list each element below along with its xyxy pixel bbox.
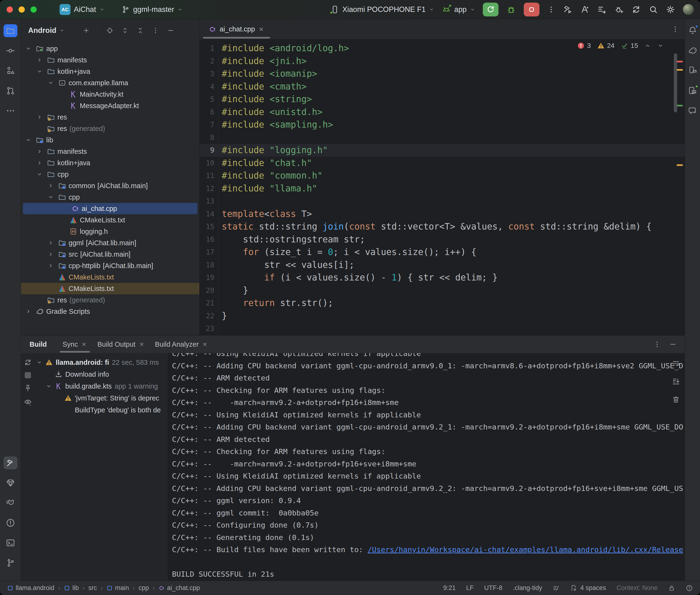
tree-arrow-icon[interactable]: [48, 251, 58, 257]
code-style-widget[interactable]: [553, 585, 560, 592]
tree-arrow-icon[interactable]: [36, 359, 45, 366]
code-line[interactable]: 12#include "llama.h": [200, 182, 685, 195]
inspections-widget[interactable]: [686, 585, 693, 592]
close-tab-icon[interactable]: [202, 341, 208, 347]
scroll-to-end-icon[interactable]: [672, 377, 680, 386]
tree-item[interactable]: ggml[AiChat.lib.main]: [21, 237, 199, 249]
tree-item[interactable]: kotlin+java: [21, 66, 199, 77]
stop-sync-icon[interactable]: [25, 372, 31, 378]
hide-panel-icon[interactable]: [669, 340, 677, 348]
tree-item[interactable]: com.example.llama: [21, 77, 199, 89]
code-line[interactable]: 5#include <string>: [200, 93, 685, 106]
zoom-window-button[interactable]: [30, 6, 37, 12]
terminal-tool-button[interactable]: [4, 536, 18, 549]
resync-icon[interactable]: [24, 358, 32, 366]
code-line[interactable]: 2#include <jni.h>: [200, 55, 685, 67]
editor-tab-ai-chat-cpp[interactable]: ai_chat.cpp: [201, 19, 272, 39]
tree-arrow-icon[interactable]: [25, 137, 36, 143]
close-tab-icon[interactable]: [139, 341, 145, 347]
tree-arrow-icon[interactable]: [48, 182, 58, 189]
build-tree-item[interactable]: build.gradle.ktsapp 1 warning: [35, 380, 168, 392]
debug-button[interactable]: [506, 4, 516, 15]
panel-options-kebab-icon[interactable]: [152, 27, 159, 34]
tab-build-output[interactable]: Build Output: [92, 336, 150, 353]
gradle-tool-button[interactable]: [688, 46, 697, 55]
tree-item[interactable]: CMakeLists.txt: [21, 214, 199, 226]
caret-position[interactable]: 9:21: [443, 584, 456, 592]
tree-item[interactable]: MessageAdapter.kt: [21, 100, 199, 111]
build-tree-item[interactable]: BuildType 'debug' is both de: [35, 404, 168, 416]
tree-item[interactable]: logging.h: [21, 226, 199, 237]
breadcrumb-folder[interactable]: cpp: [139, 584, 149, 592]
tab-sync[interactable]: Sync: [57, 336, 92, 353]
build-tree-item[interactable]: 'jvmTarget: String' is deprec: [35, 392, 168, 404]
device-selector[interactable]: Xiaomi POCOPHONE F1: [331, 5, 435, 14]
code-line[interactable]: 7#include <sampling.h>: [200, 118, 685, 131]
build-output-path-link[interactable]: /Users/hanyin/Workspace/ai-chat/examples…: [367, 545, 683, 554]
error-stripe-mark[interactable]: [677, 105, 683, 107]
code-line[interactable]: 16 std::ostringstream str;: [200, 233, 685, 246]
editor-options-kebab-icon[interactable]: [671, 26, 679, 33]
tree-arrow-icon[interactable]: [48, 263, 58, 269]
tree-item[interactable]: common[AiChat.lib.main]: [21, 180, 199, 192]
rerun-button[interactable]: [483, 3, 499, 17]
settings-gear-icon[interactable]: [666, 5, 675, 14]
error-stripe-mark[interactable]: [677, 164, 683, 166]
context-widget[interactable]: Context: None: [616, 584, 657, 592]
stop-button[interactable]: [524, 3, 539, 17]
structure-tool-button[interactable]: [4, 64, 18, 77]
line-separator[interactable]: LF: [466, 584, 474, 592]
code-editor[interactable]: 1#include <android/log.h>2#include <jni.…: [200, 39, 685, 335]
user-avatar[interactable]: [683, 4, 694, 15]
device-manager-tool-button[interactable]: [688, 66, 697, 75]
tree-item[interactable]: ai_chat.cpp: [23, 203, 197, 214]
code-line[interactable]: 8: [200, 131, 685, 144]
code-line[interactable]: 18 str << values[i];: [200, 259, 685, 272]
search-everywhere-icon[interactable]: [648, 5, 658, 14]
tree-item[interactable]: manifests: [21, 146, 199, 157]
tree-item[interactable]: cpp-httplib[AiChat.lib.main]: [21, 260, 199, 272]
code-line[interactable]: 4#include <cmath>: [200, 80, 685, 93]
chevron-down-icon[interactable]: [59, 28, 64, 33]
tree-arrow-icon[interactable]: [36, 148, 47, 154]
tree-arrow-icon[interactable]: [25, 46, 36, 52]
close-tab-icon[interactable]: [81, 341, 87, 347]
locate-file-icon[interactable]: [106, 27, 113, 34]
attach-debugger-icon[interactable]: [614, 5, 624, 14]
code-line[interactable]: 13: [200, 195, 685, 208]
close-window-button[interactable]: [7, 6, 13, 12]
tree-arrow-icon[interactable]: [36, 160, 47, 166]
code-line[interactable]: 14template<class T>: [200, 208, 685, 221]
tree-item[interactable]: res(generated): [21, 294, 199, 306]
tree-item[interactable]: CMakeLists.txt: [21, 272, 199, 283]
tree-item[interactable]: res(generated): [21, 123, 199, 134]
tree-item[interactable]: kotlin+java: [21, 157, 199, 169]
tree-arrow-icon[interactable]: [48, 194, 58, 200]
tree-arrow-icon[interactable]: [36, 57, 47, 63]
lock-widget[interactable]: [668, 585, 675, 592]
version-control-tool-button[interactable]: [4, 557, 18, 569]
problems-tool-button[interactable]: [4, 516, 18, 529]
project-widget[interactable]: AC AiChat: [60, 4, 105, 15]
editor-scrollbar[interactable]: [674, 53, 677, 112]
project-tool-button[interactable]: [4, 24, 18, 37]
filter-eye-icon[interactable]: [24, 398, 32, 406]
panel-options-kebab-icon[interactable]: [653, 340, 661, 348]
more-actions-kebab-icon[interactable]: [547, 5, 555, 13]
code-line[interactable]: 3#include <iomanip>: [200, 67, 685, 80]
errors-count[interactable]: 3: [577, 42, 591, 50]
code-line[interactable]: 19 if (i < values.size() - 1) { str << d…: [200, 271, 685, 284]
sync-console[interactable]: C/C++: -- Using KleidiAI optimized kerne…: [168, 353, 685, 581]
more-tool-windows-button[interactable]: [4, 104, 18, 117]
running-devices-tool-button[interactable]: [688, 86, 697, 95]
build-tree-item[interactable]: llama.android: fi22 sec, 583 ms: [35, 357, 168, 368]
logcat-tool-button[interactable]: [4, 497, 18, 509]
code-line[interactable]: 11#include "common.h": [200, 169, 685, 182]
gemini-tool-button[interactable]: [688, 106, 697, 115]
code-line[interactable]: 9#include "logging.h": [200, 144, 685, 157]
app-quality-insights-tool-button[interactable]: [4, 476, 18, 489]
file-encoding[interactable]: UTF-8: [484, 584, 503, 592]
tree-item[interactable]: cpp: [21, 169, 199, 180]
pull-requests-tool-button[interactable]: [4, 84, 18, 97]
code-line[interactable]: 21 return str.str();: [200, 297, 685, 310]
